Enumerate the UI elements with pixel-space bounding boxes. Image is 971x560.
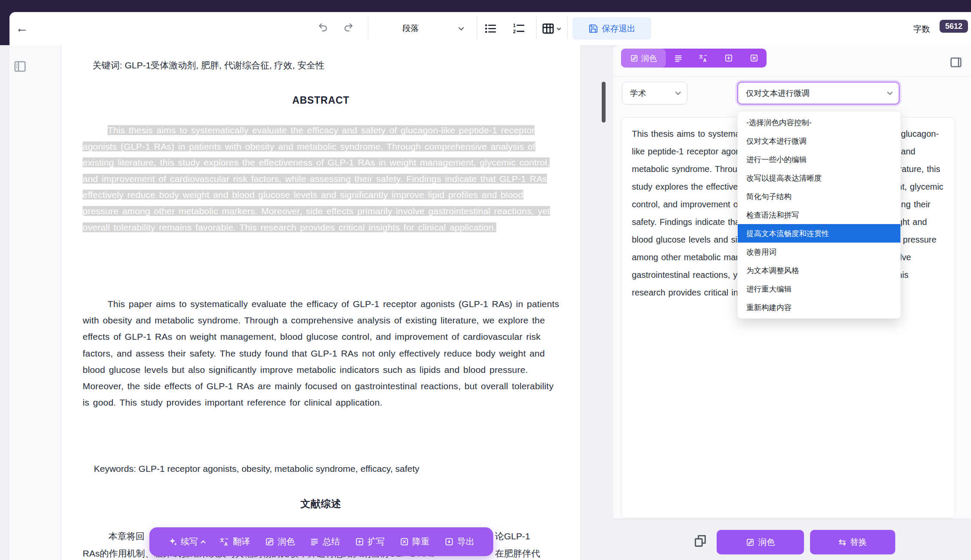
continue-writing-button[interactable]: 续写 <box>168 536 205 548</box>
tab-reduce[interactable] <box>742 49 767 68</box>
outline-toggle-button[interactable] <box>13 59 27 74</box>
panel-divider <box>613 76 971 77</box>
back-button[interactable]: ← <box>15 21 28 35</box>
app-window: ← 段落 12 保存退出 字数 5612 关键词: GLP-1受体激动剂, 肥胖… <box>0 0 971 560</box>
dropdown-option-selected[interactable]: 提高文本流畅度和连贯性 <box>738 224 900 243</box>
keywords-cn-line: 关键词: GLP-1受体激动剂, 肥胖, 代谢综合征, 疗效, 安全性 <box>93 59 325 71</box>
chevron-down-icon <box>887 89 893 95</box>
save-icon <box>588 24 598 34</box>
toolbar-divider <box>477 16 477 40</box>
abstract-heading: ABSTRACT <box>62 95 580 106</box>
word-count-label: 字数 <box>913 23 930 35</box>
svg-text:文: 文 <box>699 54 703 58</box>
numbered-list-icon: 12 <box>512 22 526 35</box>
control-select-value: 仅对文本进行微调 <box>746 88 810 98</box>
expand-square-icon <box>355 537 364 546</box>
lines-icon <box>674 54 683 62</box>
polish-action-button[interactable]: 润色 <box>717 530 804 554</box>
toolbar-divider <box>368 16 368 40</box>
replace-action-button[interactable]: ⇆ 替换 <box>810 530 895 554</box>
dropdown-option[interactable]: 进行一些小的编辑 <box>738 150 900 169</box>
dropdown-option[interactable]: 重新构建内容 <box>738 298 900 317</box>
last-paragraph-line1-end: 论GLP-1 <box>495 530 530 542</box>
reduce-duplication-label: 降重 <box>412 536 430 548</box>
selection-toolbar: 续写 文A 翻译 润色 总结 扩写 降重 导出 <box>149 527 493 556</box>
edit-square-icon <box>746 538 755 547</box>
export-button[interactable]: 导出 <box>445 536 474 548</box>
tab-summarize[interactable] <box>666 49 691 68</box>
svg-text:A: A <box>224 542 228 547</box>
polish-label: 润色 <box>278 536 295 548</box>
chevron-down-icon <box>458 25 464 31</box>
dropdown-option[interactable]: 为文本调整风格 <box>738 261 900 280</box>
polish-button[interactable]: 润色 <box>265 536 295 548</box>
bullet-list-button[interactable] <box>484 22 497 35</box>
dropdown-option[interactable]: 检查语法和拼写 <box>738 206 900 224</box>
reduce-duplication-button[interactable]: 降重 <box>400 536 430 548</box>
bullet-list-icon <box>484 22 497 35</box>
edit-square-icon <box>265 537 274 546</box>
save-exit-button[interactable]: 保存退出 <box>572 17 651 40</box>
toolbar-divider <box>536 16 537 40</box>
dropdown-option[interactable]: 改写以提高表达清晰度 <box>738 169 900 187</box>
collapse-panel-button[interactable] <box>949 55 963 69</box>
svg-text:2: 2 <box>513 29 516 34</box>
summarize-label: 总结 <box>322 536 340 548</box>
tab-expand[interactable] <box>716 49 742 68</box>
keywords-en-line: Keywords: GLP-1 receptor agonists, obesi… <box>94 464 419 474</box>
tab-polish[interactable]: 润色 <box>621 49 666 68</box>
reduce-square-icon <box>400 537 409 546</box>
dropdown-option[interactable]: -选择润色内容控制- <box>738 113 900 132</box>
sparkle-icon <box>168 537 177 546</box>
summarize-button[interactable]: 总结 <box>310 536 340 548</box>
lines-icon <box>310 537 319 546</box>
expand-square-icon <box>724 54 733 62</box>
left-rail <box>9 45 60 560</box>
expand-button[interactable]: 扩写 <box>355 536 385 548</box>
dropdown-option[interactable]: 简化句子结构 <box>738 187 900 206</box>
control-select[interactable]: 仅对文本进行微调 <box>737 82 900 105</box>
selected-paragraph[interactable]: This thesis aims to systematically evalu… <box>83 122 561 235</box>
redo-icon <box>343 22 356 34</box>
word-count-badge: 5612 <box>940 20 968 33</box>
continue-writing-label: 续写 <box>181 536 198 548</box>
export-label: 导出 <box>457 536 474 548</box>
last-paragraph-line2-end: 在肥胖伴代 <box>495 548 540 560</box>
toolbar-divider <box>567 16 568 40</box>
expand-label: 扩写 <box>368 536 385 548</box>
collapse-right-icon <box>949 55 963 69</box>
panel-tab-bar: 润色 文A <box>621 49 767 68</box>
table-insert-button[interactable] <box>541 22 560 35</box>
undo-icon <box>316 22 328 34</box>
polish-action-label: 润色 <box>758 536 775 548</box>
copy-icon <box>693 533 708 548</box>
svg-text:文: 文 <box>220 538 224 542</box>
redo-button[interactable] <box>343 22 356 34</box>
style-select[interactable]: 学术 <box>622 82 687 105</box>
paragraph-style-label: 段落 <box>402 23 419 34</box>
translate-label: 翻译 <box>233 536 250 548</box>
chevron-up-icon <box>201 540 205 545</box>
tab-translate[interactable]: 文A <box>691 49 717 68</box>
dropdown-option[interactable]: 进行重大编辑 <box>738 280 900 298</box>
copy-result-button[interactable] <box>693 533 708 548</box>
document-scrollbar-thumb[interactable] <box>602 82 606 123</box>
outline-panel-icon <box>13 59 27 74</box>
undo-button[interactable] <box>316 22 328 34</box>
replace-action-label: 替换 <box>850 536 867 548</box>
numbered-list-button[interactable]: 12 <box>512 22 526 35</box>
selection-highlight: This thesis aims to systematically evalu… <box>83 125 550 232</box>
paragraph-style-select[interactable]: 段落 <box>394 19 469 38</box>
control-dropdown-menu: -选择润色内容控制- 仅对文本进行微调 进行一些小的编辑 改写以提高表达清晰度 … <box>737 111 901 319</box>
edit-square-icon <box>630 54 638 62</box>
style-select-value: 学术 <box>630 88 646 98</box>
export-square-icon <box>445 537 454 546</box>
chevron-down-icon <box>675 89 681 95</box>
dropdown-option[interactable]: 仅对文本进行微调 <box>738 132 900 150</box>
translate-button[interactable]: 文A 翻译 <box>220 536 250 548</box>
svg-text:1: 1 <box>513 23 516 28</box>
translate-icon: 文A <box>699 54 708 63</box>
translated-paragraph[interactable]: This paper aims to systematically evalua… <box>83 296 561 411</box>
dropdown-option[interactable]: 改善用词 <box>738 243 900 261</box>
svg-text:A: A <box>703 58 707 63</box>
